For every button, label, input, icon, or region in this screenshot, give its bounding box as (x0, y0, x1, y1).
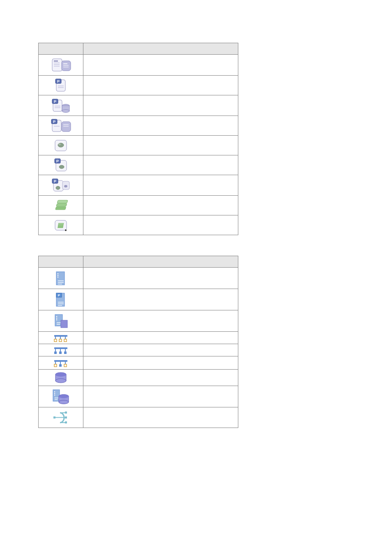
icon-reference-table-1: P P (38, 43, 238, 235)
connector-icon (39, 410, 83, 425)
svg-point-97 (54, 393, 55, 393)
image-style-private-overview-icon: P (39, 177, 83, 194)
table1-row8-desc (83, 215, 238, 235)
svg-text:P: P (53, 120, 55, 124)
svg-rect-99 (55, 398, 58, 398)
table-row (39, 356, 238, 370)
svg-rect-8 (63, 67, 69, 67)
table1-header-desc (83, 43, 238, 55)
svg-rect-84 (54, 360, 67, 362)
svg-rect-89 (59, 364, 62, 367)
table-row (39, 344, 238, 356)
svg-rect-74 (54, 339, 57, 342)
table2-row2-desc (83, 310, 238, 332)
svg-rect-1 (54, 60, 58, 62)
svg-rect-46 (58, 223, 64, 224)
svg-rect-78 (55, 349, 56, 352)
table-row (39, 215, 238, 235)
table2-row5-desc (83, 356, 238, 370)
svg-rect-56 (58, 284, 62, 284)
svg-point-31 (58, 143, 61, 145)
structure-full-icon (39, 346, 83, 355)
svg-point-103 (59, 400, 69, 404)
table2-row4-desc (83, 344, 238, 356)
svg-point-21 (62, 109, 69, 112)
svg-point-93 (55, 379, 66, 383)
svg-rect-13 (58, 87, 64, 88)
structure-partial-icon (39, 358, 83, 368)
svg-rect-71 (55, 337, 56, 339)
structure-empty-icon (39, 333, 83, 342)
svg-point-65 (56, 317, 58, 319)
table-row (39, 386, 238, 407)
svg-rect-69 (61, 320, 67, 328)
svg-rect-72 (60, 337, 61, 339)
table1-row5-desc (83, 155, 238, 175)
table-row: P (39, 76, 238, 95)
svg-rect-7 (63, 65, 69, 66)
svg-point-64 (56, 316, 58, 317)
table1-row3-desc (83, 116, 238, 136)
table-row (39, 310, 238, 332)
svg-rect-77 (54, 347, 67, 349)
table-row (39, 55, 238, 76)
svg-rect-55 (58, 282, 64, 283)
svg-rect-86 (60, 362, 61, 364)
table2-row3-desc (83, 332, 238, 344)
table2-row7-desc (83, 386, 238, 407)
svg-rect-62 (58, 305, 62, 306)
svg-point-33 (59, 165, 64, 169)
svg-point-104 (59, 394, 69, 398)
svg-rect-54 (58, 280, 64, 281)
table-row (39, 268, 238, 289)
table-row: P (39, 95, 238, 116)
svg-rect-60 (58, 302, 64, 303)
table2-row6-desc (83, 370, 238, 386)
template-private-icon: P (39, 291, 83, 308)
svg-rect-2 (54, 62, 60, 63)
svg-point-96 (54, 391, 55, 392)
svg-rect-61 (58, 303, 64, 304)
table-row: P (39, 175, 238, 196)
svg-rect-75 (59, 339, 62, 342)
table1-row6-desc (83, 175, 238, 196)
svg-rect-47 (58, 225, 63, 226)
svg-rect-3 (54, 64, 60, 65)
svg-rect-82 (59, 352, 62, 354)
embedded-style-icon (39, 218, 83, 233)
table1-header-icon (39, 43, 83, 55)
svg-point-94 (55, 372, 66, 377)
table-row: P (39, 289, 238, 310)
svg-point-52 (58, 275, 59, 276)
svg-point-37 (56, 186, 60, 190)
svg-rect-12 (58, 86, 64, 86)
svg-rect-68 (57, 324, 60, 325)
svg-rect-88 (54, 364, 57, 367)
svg-rect-73 (65, 337, 66, 339)
image-style-icon (39, 139, 83, 153)
svg-rect-67 (57, 322, 61, 323)
svg-rect-110 (65, 412, 67, 414)
page-style-overview-icon (39, 57, 83, 73)
table-row (39, 370, 238, 386)
svg-rect-81 (54, 352, 57, 354)
table1-row0-desc (83, 55, 238, 76)
svg-rect-87 (65, 362, 66, 364)
svg-text:P: P (58, 294, 60, 297)
svg-point-98 (54, 394, 55, 395)
page-style-private-database-icon: P (39, 97, 83, 114)
svg-rect-48 (58, 227, 63, 228)
table-row (39, 196, 238, 215)
books-style-icon (39, 199, 83, 213)
svg-rect-4 (54, 66, 60, 67)
svg-rect-90 (64, 364, 67, 367)
svg-rect-105 (53, 416, 55, 419)
svg-rect-83 (64, 352, 67, 354)
svg-point-66 (56, 319, 58, 320)
table-row (39, 332, 238, 344)
svg-rect-17 (55, 106, 60, 106)
table-row: P (39, 116, 238, 136)
template-database-icon (39, 388, 83, 405)
svg-rect-6 (63, 63, 67, 64)
table2-header-icon (39, 256, 83, 268)
